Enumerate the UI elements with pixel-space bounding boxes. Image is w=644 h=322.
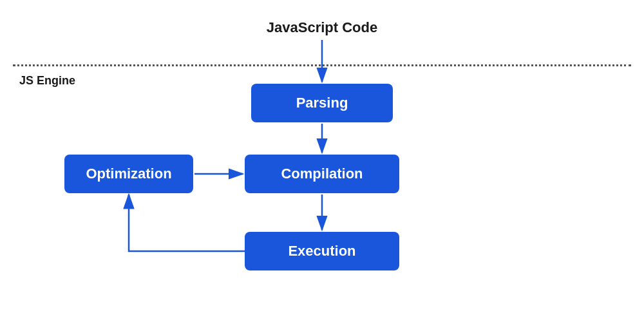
js-code-label: JavaScript Code <box>267 19 377 36</box>
parsing-box: Parsing <box>251 84 393 122</box>
diagram-container: JavaScript Code JS Engine Parsing Compil… <box>0 0 644 322</box>
compilation-label: Compilation <box>281 166 363 182</box>
compilation-box: Compilation <box>245 155 399 193</box>
optimization-box: Optimization <box>64 155 193 193</box>
arrow-execution-to-optimization <box>129 194 245 251</box>
parsing-label: Parsing <box>296 95 348 111</box>
execution-box: Execution <box>245 232 399 270</box>
optimization-label: Optimization <box>86 166 171 182</box>
dotted-separator <box>13 64 631 66</box>
execution-label: Execution <box>288 243 355 260</box>
js-engine-label: JS Engine <box>19 74 75 88</box>
